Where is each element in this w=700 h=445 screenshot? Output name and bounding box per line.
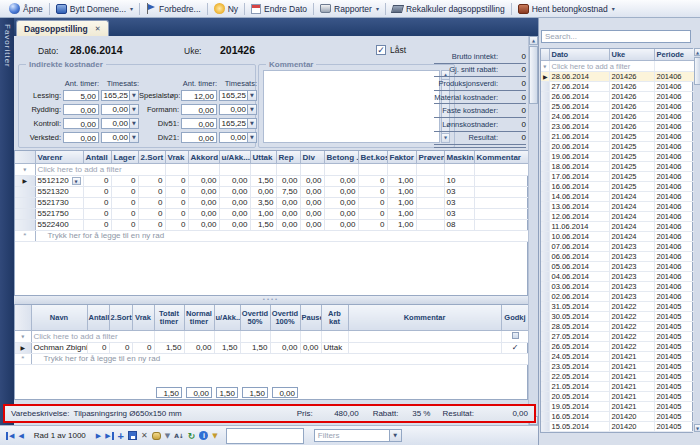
cell[interactable]: 201425 (609, 142, 654, 152)
cell[interactable]: 201405 (654, 422, 694, 432)
cell[interactable]: 3,50 (250, 198, 276, 209)
cell[interactable]: 201406 (654, 262, 694, 272)
cell[interactable]: 201421 (609, 352, 654, 362)
cell[interactable]: 14.06.2014 (549, 192, 609, 202)
column-header-totalt-timer[interactable]: Totalt timer (154, 305, 184, 331)
cell[interactable]: 0,00 (219, 187, 250, 198)
cell[interactable]: 201406 (654, 222, 694, 232)
date-row[interactable]: 21.05.2014201421201405 (541, 382, 694, 392)
cell[interactable]: 5521730 (35, 198, 83, 209)
table-row[interactable]: 552173000000,000,003,500,000,000,0001,00… (15, 198, 529, 209)
scrollbar-thumb[interactable] (529, 46, 538, 104)
cell[interactable]: 23.05.2014 (549, 362, 609, 372)
rate-combo-kontroll[interactable]: 0,00▼ (101, 118, 139, 129)
cell[interactable] (474, 220, 529, 231)
cell[interactable]: 0 (358, 176, 387, 187)
cell[interactable]: 201405 (654, 342, 694, 352)
cell[interactable]: 03 (444, 187, 474, 198)
cell[interactable]: 26.06.2014 (549, 92, 609, 102)
cell[interactable]: 201406 (654, 182, 694, 192)
cell[interactable]: 201406 (654, 252, 694, 262)
cell[interactable]: 201425 (609, 152, 654, 162)
cell[interactable]: 201423 (609, 272, 654, 282)
cell[interactable]: 201405 (654, 392, 694, 402)
date-row[interactable]: 19.06.2014201425201406 (541, 152, 694, 162)
cell[interactable]: 201406 (654, 282, 694, 292)
cell[interactable]: 17.06.2014 (549, 172, 609, 182)
cell[interactable]: 0,00 (324, 209, 358, 220)
date-row[interactable]: 20.06.2014201425201406 (541, 142, 694, 152)
cell[interactable]: 201406 (654, 152, 694, 162)
date-row[interactable]: 18.06.2014201425201406 (541, 162, 694, 172)
column-header-navn[interactable]: Navn (31, 305, 87, 331)
new-row[interactable]: *Trykk her for å legge til en ny rad (15, 231, 529, 242)
scroll-down-icon[interactable]: ▼ (694, 424, 700, 432)
table-row[interactable]: 552240000000,000,001,500,000,000,0001,00… (15, 220, 529, 231)
rate-combo-spesialst-p[interactable]: 165,25▼ (219, 90, 257, 101)
cell[interactable]: 201405 (654, 322, 694, 332)
column-header-bet-kost[interactable]: Bet.kost (358, 151, 387, 164)
cell[interactable]: 0 (132, 343, 154, 354)
date-row[interactable]: 11.06.2014201424201406 (541, 222, 694, 232)
column-header-godkj[interactable]: Godkj (501, 305, 529, 331)
cell[interactable]: 24.05.2014 (549, 352, 609, 362)
column-header-u-akk[interactable]: u/Akk... (214, 305, 240, 331)
cell[interactable]: 20.06.2014 (549, 142, 609, 152)
column-header-periode[interactable]: Periode (654, 49, 694, 61)
cell[interactable]: 201426 (609, 122, 654, 132)
date-row[interactable]: 06.06.2014201423201406 (541, 252, 694, 262)
info-button[interactable]: i (199, 431, 208, 440)
cell[interactable]: 22.05.2014 (549, 372, 609, 382)
cell[interactable]: 27.06.2014 (549, 82, 609, 92)
cell[interactable]: 201423 (609, 262, 654, 272)
filters-combo[interactable]: Filters ▼ (314, 429, 402, 442)
cell[interactable]: 1,00 (387, 198, 416, 209)
cell[interactable]: 19.06.2014 (549, 152, 609, 162)
cell[interactable]: 1,50 (240, 343, 270, 354)
cell[interactable]: 201422 (609, 342, 654, 352)
search-input[interactable] (541, 30, 691, 43)
date-row[interactable]: 24.05.2014201421201405 (541, 352, 694, 362)
cell[interactable] (416, 220, 444, 231)
cell[interactable]: 0,00 (300, 176, 324, 187)
table-row[interactable]: ▶Ochman Zbigniew0001,500,001,501,500,000… (15, 343, 529, 354)
cell[interactable]: 201426 (609, 92, 654, 102)
cell[interactable]: 201406 (654, 142, 694, 152)
column-header-overtid-100[interactable]: Overtid 100% (270, 305, 300, 331)
cell[interactable]: 5512120▼ (35, 176, 83, 187)
cell[interactable]: 201405 (654, 302, 694, 312)
cell[interactable]: 20.05.2014 (549, 392, 609, 402)
date-row[interactable]: 24.06.2014201426201406 (541, 112, 694, 122)
toolbar-button-rekalkuler-dagsoppstilling[interactable]: Rekalkuler dagsoppstilling (387, 1, 510, 16)
nav-last-button[interactable]: ▶ (105, 432, 113, 440)
cell[interactable]: 201421 (609, 402, 654, 412)
cell[interactable]: 0 (138, 198, 165, 209)
cell[interactable]: 0,00 (300, 209, 324, 220)
cell[interactable]: 5521320 (35, 187, 83, 198)
save-button[interactable] (128, 431, 137, 440)
cell[interactable]: 18.06.2014 (549, 162, 609, 172)
cell[interactable]: 16.06.2014 (549, 182, 609, 192)
filter-row[interactable]: ▼Click here to add a filter (15, 164, 529, 176)
cell[interactable]: 0,00 (219, 198, 250, 209)
cell[interactable]: 24.06.2014 (549, 112, 609, 122)
hours-field-lessing[interactable]: 5,00 (63, 90, 99, 101)
column-header-div[interactable]: Div (300, 151, 324, 164)
cell[interactable]: 201426 (609, 82, 654, 92)
cell[interactable]: 1,00 (250, 209, 276, 220)
date-row[interactable]: 26.05.2014201422201405 (541, 342, 694, 352)
cell[interactable]: 1,50 (154, 343, 184, 354)
cell[interactable]: 201406 (654, 212, 694, 222)
date-row[interactable]: 03.06.2014201423201406 (541, 282, 694, 292)
column-header-pr-venr[interactable]: Prøvenr (416, 151, 444, 164)
rate-combo-lessing[interactable]: 165,25▼ (101, 90, 139, 101)
cell[interactable]: 201421 (609, 362, 654, 372)
column-header-arb-kat[interactable]: Arb kat (321, 305, 348, 331)
column-header-overtid-50[interactable]: Overtid 50% (240, 305, 270, 331)
column-header-antall[interactable]: Antall (83, 151, 111, 164)
date-row[interactable]: 02.06.2014201423201406 (541, 292, 694, 302)
hours-field-formann[interactable]: 0,00 (181, 104, 217, 115)
toolbar-button-bytt-domene[interactable]: Bytt Domene...▾ (51, 1, 138, 16)
cell[interactable]: 10.06.2014 (549, 232, 609, 242)
rate-combo-rydding[interactable]: 0,00▼ (101, 104, 139, 115)
